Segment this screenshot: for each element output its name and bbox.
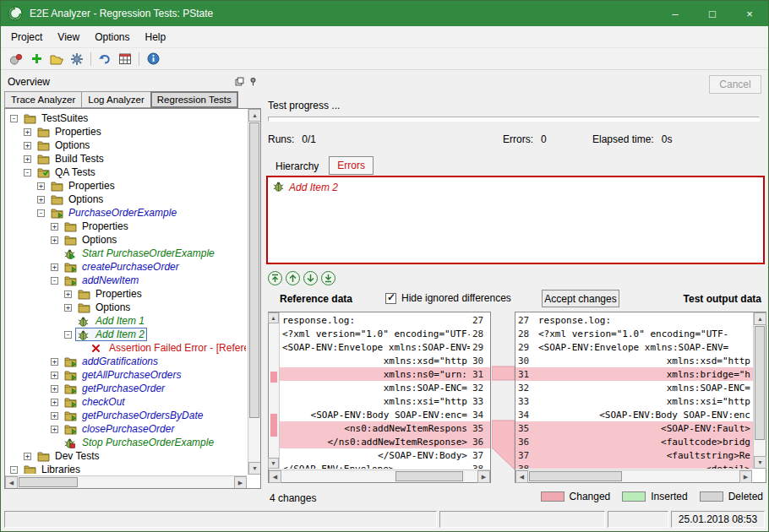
tree-item-add-item-1[interactable]: Add Item 1 <box>7 314 246 328</box>
collapse-toggle[interactable]: - <box>37 209 45 217</box>
maximize-button[interactable]: □ <box>694 1 731 26</box>
expand-toggle[interactable]: + <box>51 223 58 231</box>
scroll-left-button[interactable]: ◀ <box>269 470 281 483</box>
last-difference-button[interactable] <box>321 271 335 285</box>
tree-item-getallpurchaseorders[interactable]: +getAllPurchaseOrders <box>7 368 246 382</box>
close-button[interactable]: × <box>731 1 768 26</box>
scroll-thumb[interactable] <box>249 122 259 418</box>
change-marker[interactable] <box>270 372 277 383</box>
tree-item-options[interactable]: +Options <box>7 233 246 247</box>
tree-item-start-purchaseorderexample[interactable]: Start PurchaseOrderExample <box>7 247 246 260</box>
tree-item-dev-tests[interactable]: +Dev Tests <box>7 449 246 463</box>
tree-item-qa-tests[interactable]: -QA Tests <box>7 166 246 179</box>
scroll-left-button[interactable]: ◀ <box>5 476 18 489</box>
tree-item-libraries[interactable]: -Libraries <box>7 463 246 474</box>
next-difference-button[interactable] <box>303 271 318 285</box>
tree-item-options[interactable]: +Options <box>7 301 246 314</box>
scroll-up-button[interactable]: ▲ <box>754 312 766 325</box>
tree-item-closepurchaseorder[interactable]: +closePurchaseOrder <box>7 422 246 436</box>
tab-trace-analyzer[interactable]: Trace Analyzer <box>4 91 81 108</box>
tree-item-createpurchaseorder[interactable]: +createPurchaseOrder <box>7 260 246 274</box>
minimize-button[interactable]: – <box>657 1 694 26</box>
expand-toggle[interactable]: + <box>37 196 45 204</box>
menu-options[interactable]: Options <box>87 27 137 47</box>
scroll-right-button[interactable]: ▶ <box>477 470 490 483</box>
tree-item-checkout[interactable]: +checkOut <box>7 395 246 409</box>
expand-toggle[interactable]: + <box>24 142 31 149</box>
scroll-up-button[interactable]: ▲ <box>268 312 279 323</box>
collapse-toggle[interactable]: - <box>51 277 58 285</box>
settings-button[interactable] <box>67 50 87 68</box>
expand-toggle[interactable]: + <box>51 412 58 420</box>
scroll-down-button[interactable]: ▼ <box>268 458 279 469</box>
collapse-toggle[interactable]: - <box>24 169 31 176</box>
tab-log-analyzer[interactable]: Log Analyzer <box>81 91 150 108</box>
error-item[interactable]: Add Item 2 <box>273 181 758 194</box>
cancel-button[interactable]: Cancel <box>709 75 761 94</box>
accept-changes-button[interactable]: Accept changes <box>542 290 619 307</box>
expand-toggle[interactable]: + <box>51 372 58 379</box>
expand-toggle[interactable]: + <box>51 263 58 271</box>
tree-item-properties[interactable]: +Properties <box>7 220 246 233</box>
expand-toggle[interactable]: + <box>51 385 58 393</box>
expand-toggle[interactable]: + <box>51 399 58 406</box>
tree-item-purchaseorderexample[interactable]: -PurchaseOrderExample <box>7 206 246 220</box>
tree-vertical-scrollbar[interactable]: ▲ ▼ <box>248 109 260 475</box>
report-button[interactable] <box>115 50 135 68</box>
tree-item-properties[interactable]: +Properties <box>7 179 246 193</box>
scroll-left-button[interactable]: ◀ <box>515 470 528 483</box>
scroll-right-button[interactable]: ▶ <box>739 470 752 483</box>
reference-horizontal-scrollbar[interactable]: ◀ ▶ <box>269 470 490 482</box>
undo-button[interactable] <box>95 50 115 68</box>
hide-ignored-option[interactable]: Hide ignored differences <box>385 292 511 304</box>
expand-toggle[interactable]: + <box>64 304 72 312</box>
float-window-icon[interactable] <box>235 77 244 86</box>
collapse-toggle[interactable]: - <box>64 331 72 339</box>
open-folder-button[interactable] <box>46 50 67 68</box>
output-horizontal-scrollbar[interactable]: ◀ ▶ <box>515 470 752 482</box>
info-button[interactable] <box>143 50 163 68</box>
tree-item-properties[interactable]: +Properties <box>7 287 246 301</box>
scroll-up-button[interactable]: ▲ <box>248 109 261 122</box>
collapse-toggle[interactable]: - <box>10 466 18 474</box>
previous-difference-button[interactable] <box>286 271 300 285</box>
tree-item-getpurchaseordersbydate[interactable]: +getPurchaseOrdersByDate <box>7 409 246 422</box>
tree-item-addgratifications[interactable]: +addGratifications <box>7 355 246 368</box>
scroll-thumb[interactable] <box>395 471 463 481</box>
tab-errors[interactable]: Errors <box>329 156 374 175</box>
tab-hierarchy[interactable]: Hierarchy <box>268 158 326 175</box>
change-marker[interactable] <box>270 414 277 437</box>
tree-horizontal-scrollbar[interactable]: ◀ ▶ <box>5 475 247 488</box>
expand-toggle[interactable]: + <box>51 236 58 244</box>
expand-toggle[interactable]: + <box>24 155 31 163</box>
tree-item-options[interactable]: +Options <box>7 193 246 206</box>
scroll-right-button[interactable]: ▶ <box>234 476 247 489</box>
pin-icon[interactable] <box>248 77 258 86</box>
tab-regression-tests[interactable]: Regression Tests <box>150 91 238 108</box>
expand-toggle[interactable]: + <box>51 426 58 433</box>
add-button[interactable] <box>26 50 46 68</box>
expand-toggle[interactable]: + <box>37 182 45 190</box>
tree-item-build-tests[interactable]: +Build Tests <box>7 152 246 166</box>
analyzer-button[interactable] <box>6 50 26 68</box>
menu-help[interactable]: Help <box>138 27 174 47</box>
expand-toggle[interactable]: + <box>51 358 58 366</box>
tree-item-getpurchaseorder[interactable]: +getPurchaseOrder <box>7 382 246 395</box>
expand-toggle[interactable]: + <box>24 128 31 136</box>
expand-toggle[interactable]: + <box>24 453 31 460</box>
scroll-thumb[interactable] <box>529 471 622 481</box>
tree-item-options[interactable]: +Options <box>7 138 246 152</box>
tree-item-properties[interactable]: +Properties <box>7 125 246 138</box>
scroll-down-button[interactable]: ▼ <box>754 456 766 469</box>
first-difference-button[interactable] <box>268 271 282 285</box>
tree-item-assertion-failed-error-reference[interactable]: Assertion Failed Error - [Reference <box>7 341 246 355</box>
expand-toggle[interactable]: + <box>64 290 72 298</box>
scroll-thumb[interactable] <box>755 326 765 440</box>
output-vertical-scrollbar[interactable]: ▲ ▼ <box>753 312 766 469</box>
menu-view[interactable]: View <box>50 27 87 47</box>
scroll-down-button[interactable]: ▼ <box>248 462 261 475</box>
scroll-thumb[interactable] <box>19 477 78 487</box>
menu-project[interactable]: Project <box>3 27 50 47</box>
tree-item-add-item-2[interactable]: -Add Item 2 <box>7 328 246 341</box>
collapse-toggle[interactable]: - <box>10 115 18 122</box>
